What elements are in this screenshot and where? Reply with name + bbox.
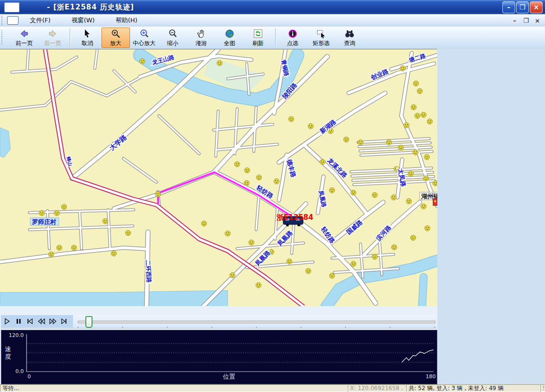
smiley-marker[interactable]: [415, 113, 420, 119]
smiley-marker[interactable]: [320, 159, 325, 165]
toolbar-button-arrow-right[interactable]: 后一页: [38, 28, 67, 48]
smiley-marker[interactable]: [256, 283, 261, 288]
smiley-marker[interactable]: [249, 240, 254, 245]
smiley-marker[interactable]: [414, 81, 419, 86]
app-icon: [4, 2, 19, 12]
smiley-marker[interactable]: [308, 124, 314, 129]
smiley-marker[interactable]: [274, 179, 279, 184]
road-name-label: 二环西路: [145, 260, 153, 283]
toolbar-grip[interactable]: [1, 30, 4, 45]
smiley-marker[interactable]: [351, 190, 356, 196]
smiley-marker[interactable]: [372, 254, 378, 260]
rewind-button[interactable]: [36, 316, 46, 327]
street-map[interactable]: 龙王山路青铜路陵阳路创业路塘二路新湖路大学路蜂山德丰路龙溪北路轻纺路太凤路凤凰路…: [0, 49, 437, 307]
title-bar[interactable]: - [浙E12584 历史轨迹] – ❐ ×: [0, 0, 545, 14]
menu-grip[interactable]: [1, 16, 4, 26]
mdi-minimize-icon[interactable]: –: [511, 17, 518, 24]
smiley-marker[interactable]: [225, 231, 231, 236]
mdi-close-icon[interactable]: ×: [534, 17, 541, 24]
smiley-marker[interactable]: [425, 155, 430, 160]
toolbar-button-refresh[interactable]: 刷新: [244, 28, 272, 48]
smiley-marker[interactable]: [235, 162, 240, 167]
smiley-marker[interactable]: [427, 119, 433, 124]
smiley-marker[interactable]: [425, 226, 430, 231]
menu-items: 文件(F)视窗(W)帮助(H): [23, 15, 152, 26]
smiley-marker[interactable]: [140, 59, 145, 64]
smiley-marker[interactable]: [387, 140, 392, 145]
minimize-button[interactable]: –: [502, 1, 515, 13]
toolbar-button-zoom-center[interactable]: 中心放大: [130, 28, 158, 48]
smiley-marker[interactable]: [156, 192, 161, 197]
y-axis-min: 0.0: [16, 368, 24, 374]
smiley-marker[interactable]: [230, 273, 235, 278]
smiley-marker[interactable]: [344, 137, 349, 142]
close-button[interactable]: ×: [530, 1, 543, 13]
playback-slider-track[interactable]: [78, 321, 435, 323]
smiley-marker[interactable]: [39, 211, 45, 216]
smiley-marker[interactable]: [55, 211, 60, 216]
smiley-marker[interactable]: [217, 61, 222, 66]
smiley-marker[interactable]: [421, 112, 426, 118]
smiley-marker[interactable]: [257, 175, 262, 180]
restore-button[interactable]: ❐: [516, 1, 529, 13]
forward-button[interactable]: [47, 316, 58, 327]
arrow-right-icon: [47, 28, 58, 39]
smiley-marker[interactable]: [62, 205, 67, 210]
smiley-marker[interactable]: [392, 245, 397, 250]
smiley-marker[interactable]: [306, 269, 311, 274]
smiley-marker[interactable]: [408, 171, 414, 177]
mdi-restore-icon[interactable]: ❐: [522, 17, 530, 24]
smiley-marker[interactable]: [433, 181, 438, 186]
smiley-marker[interactable]: [202, 221, 207, 226]
toolbar-button-hand[interactable]: 漫游: [187, 28, 215, 48]
play-button[interactable]: [1, 316, 12, 327]
smiley-marker[interactable]: [421, 204, 426, 209]
toolbar-button-binoculars[interactable]: 查询: [335, 28, 364, 48]
smiley-marker[interactable]: [424, 176, 429, 181]
smiley-marker[interactable]: [413, 150, 418, 155]
playback-slider-thumb[interactable]: [85, 316, 92, 328]
smiley-marker[interactable]: [111, 251, 117, 256]
smiley-marker[interactable]: [404, 123, 409, 128]
smiley-marker[interactable]: [372, 193, 378, 198]
smiley-marker[interactable]: [57, 245, 62, 251]
smiley-marker[interactable]: [245, 168, 250, 173]
smiley-marker[interactable]: [103, 219, 108, 224]
smiley-marker[interactable]: [398, 145, 404, 150]
smiley-marker[interactable]: [400, 66, 406, 71]
smiley-marker[interactable]: [391, 195, 397, 200]
step-start-button[interactable]: [24, 316, 35, 327]
tracked-vehicle-marker[interactable]: 浙E12584: [276, 213, 313, 226]
smiley-marker[interactable]: [330, 273, 335, 279]
toolbar-button-zoom-in[interactable]: 放大: [102, 28, 130, 48]
smiley-marker[interactable]: [244, 181, 249, 186]
toolbar-button-rect-select[interactable]: 矩形选: [307, 28, 335, 48]
smiley-marker[interactable]: [358, 140, 363, 145]
toolbar-button-arrow-left[interactable]: 前一页: [10, 28, 38, 48]
smiley-marker[interactable]: [289, 117, 294, 122]
smiley-marker[interactable]: [406, 199, 412, 204]
toolbar-button-zoom-out[interactable]: 缩小: [158, 28, 187, 48]
refresh-icon: [253, 28, 263, 39]
menu-item-0[interactable]: 文件(F): [23, 15, 57, 26]
toolbar-button-cursor[interactable]: 取消: [73, 28, 102, 48]
smiley-marker[interactable]: [417, 89, 423, 94]
smiley-marker[interactable]: [72, 245, 77, 251]
toolbar-separator: [70, 28, 70, 47]
smiley-marker[interactable]: [330, 188, 335, 193]
smiley-marker[interactable]: [411, 235, 416, 241]
smiley-marker[interactable]: [49, 252, 54, 257]
menu-item-2[interactable]: 帮助(H): [109, 15, 144, 26]
step-end-button[interactable]: [58, 316, 69, 327]
smiley-marker[interactable]: [126, 231, 131, 236]
smiley-marker[interactable]: [411, 105, 416, 110]
toolbar-button-globe[interactable]: 全图: [215, 28, 244, 48]
toolbar-button-label: 后一页: [44, 39, 61, 47]
smiley-marker[interactable]: [287, 259, 292, 264]
menu-item-1[interactable]: 视窗(W): [65, 15, 102, 26]
zoom-in-icon: [111, 28, 121, 39]
smiley-marker[interactable]: [351, 261, 356, 267]
toolbar-button-info-select[interactable]: 点选: [278, 28, 307, 48]
pause-button[interactable]: [13, 316, 24, 327]
map-viewport[interactable]: 龙王山路青铜路陵阳路创业路塘二路新湖路大学路蜂山德丰路龙溪北路轻纺路太凤路凤凰路…: [0, 49, 437, 307]
